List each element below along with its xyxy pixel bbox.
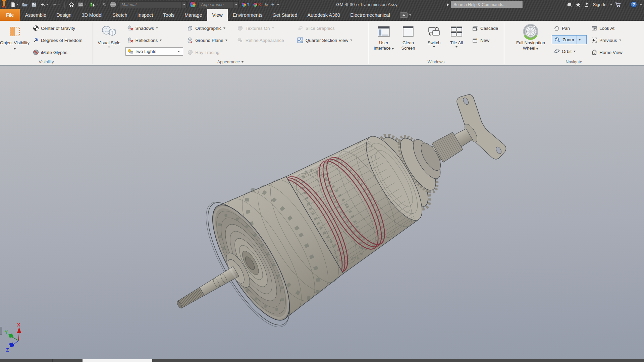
save-button[interactable] — [31, 2, 37, 8]
cart-icon[interactable] — [615, 2, 621, 7]
tab-file[interactable]: File — [0, 9, 20, 21]
inventor-logo-icon[interactable]: PRO — [2, 1, 6, 8]
search-expand-icon[interactable] — [447, 3, 449, 6]
search-input[interactable] — [451, 1, 523, 8]
previous-dropdown-icon — [619, 40, 621, 41]
tab-sketch[interactable]: Sketch — [107, 9, 132, 21]
degrees-of-freedom-button[interactable]: Degrees of Freedom — [31, 35, 84, 45]
full-navigation-wheel-button[interactable]: Full Navigation Wheel — [511, 22, 550, 51]
panel-appearance: Visual Style Shadows Reflections Two Lig… — [93, 21, 368, 65]
undo-dropdown-icon[interactable] — [46, 4, 48, 5]
tab-assemble[interactable]: Assemble — [20, 9, 51, 21]
ground-plane-dropdown-icon — [225, 40, 227, 41]
appearance-wheel-button[interactable] — [189, 1, 197, 8]
tab-manage[interactable]: Manage — [179, 9, 207, 21]
quarter-section-view-button[interactable]: Quarter Section View — [296, 35, 368, 45]
constraint-button[interactable] — [101, 2, 107, 7]
render-gallery-button[interactable] — [77, 2, 87, 8]
appearance-dropdown-icon — [235, 4, 237, 5]
visual-style-button[interactable]: Visual Style — [95, 22, 123, 48]
render-dropdown-icon[interactable] — [85, 4, 87, 5]
panel-label-navigate: Navigate — [504, 60, 644, 64]
previous-view-button[interactable]: Previous — [589, 35, 630, 45]
full-navigation-wheel-icon — [522, 23, 539, 40]
zoom-split-dropdown[interactable] — [577, 36, 582, 44]
material-globe-button[interactable] — [109, 1, 117, 8]
new-window-button[interactable]: New — [470, 35, 500, 45]
ribbon-collapse-button[interactable] — [400, 9, 411, 21]
material-combobox[interactable]: Material — [119, 1, 187, 8]
parameters-button[interactable]: fx — [264, 2, 268, 8]
new-dropdown-icon[interactable] — [16, 4, 18, 5]
ground-plane-button[interactable]: Ground Plane — [185, 35, 233, 45]
tab-electromechanical[interactable]: Electromechanical — [345, 9, 395, 21]
open-button[interactable] — [21, 2, 29, 8]
status-bar-segment — [83, 359, 152, 362]
sign-in-label[interactable]: Sign In — [593, 2, 606, 7]
panel-label-appearance[interactable]: Appearance — [93, 60, 368, 64]
help-dropdown-icon[interactable] — [640, 4, 642, 5]
adjust-appearance-button[interactable] — [241, 2, 250, 7]
communication-center-icon[interactable] — [567, 2, 572, 7]
shadows-button[interactable]: Shadows — [125, 23, 185, 33]
object-visibility-button[interactable]: Object Visibility — [0, 22, 30, 51]
browser-pane-collapsed-tab[interactable] — [0, 327, 2, 335]
tab-inspect[interactable]: Inspect — [132, 9, 158, 21]
user-interface-button[interactable]: User Interface — [372, 22, 396, 51]
new-document-icon — [10, 2, 16, 7]
sign-in-dropdown-icon[interactable] — [610, 4, 612, 5]
ray-tracing-button[interactable]: Ray Tracing — [185, 47, 233, 57]
status-bar — [0, 359, 644, 362]
orthographic-button[interactable]: Orthographic — [185, 23, 233, 33]
axis-z-label: Z — [6, 347, 9, 353]
home-view-button[interactable]: Home View — [589, 47, 630, 57]
zoom-button[interactable]: Zoom — [552, 35, 587, 44]
switch-windows-icon — [427, 25, 441, 38]
customize-toolbar-button[interactable]: + — [271, 2, 275, 8]
pan-button[interactable]: Pan — [552, 23, 587, 33]
tab-3d-model[interactable]: 3D Model — [76, 9, 107, 21]
clean-screen-button[interactable]: Clean Screen — [398, 22, 419, 51]
cascade-icon — [472, 25, 478, 31]
imate-glyphs-button[interactable]: iMate Glyphs — [31, 47, 84, 57]
switch-windows-button[interactable]: Switch — [423, 22, 445, 48]
undo-button[interactable] — [39, 2, 49, 7]
orbit-button[interactable]: Orbit — [552, 46, 587, 56]
textures-on-button[interactable]: Textures On — [235, 23, 292, 33]
refine-appearance-button[interactable]: Refine Appearance — [235, 35, 292, 45]
home-icon — [69, 2, 74, 7]
transmission-assembly-model[interactable] — [0, 66, 644, 359]
clean-screen-icon — [402, 25, 414, 38]
qat-dropdown-icon[interactable] — [277, 4, 279, 5]
reflections-button[interactable]: Reflections — [125, 35, 185, 45]
home-button[interactable] — [68, 2, 75, 8]
lighting-style-combobox[interactable]: Two Lights — [125, 47, 183, 56]
user-icon[interactable] — [584, 2, 589, 7]
tab-autodesk-a360[interactable]: Autodesk A360 — [303, 9, 345, 21]
plus-icon: + — [271, 2, 274, 7]
shadows-icon — [127, 25, 133, 31]
selection-filter-button[interactable] — [89, 1, 99, 8]
new-document-button[interactable] — [10, 2, 19, 8]
redo-button[interactable] — [51, 2, 61, 7]
tile-all-button[interactable]: Tile All — [447, 22, 466, 48]
quarter-section-view-icon — [297, 37, 303, 43]
help-icon[interactable]: ? — [631, 1, 637, 8]
favorites-star-icon[interactable] — [575, 2, 581, 7]
tile-all-icon — [450, 25, 463, 38]
slice-graphics-button[interactable]: Slice Graphics — [296, 23, 368, 33]
tab-get-started[interactable]: Get Started — [267, 9, 302, 21]
cascade-button[interactable]: Cascade — [470, 23, 500, 33]
redo-dropdown-icon[interactable] — [58, 4, 60, 5]
graphics-viewport[interactable]: X Y Z — [0, 66, 644, 359]
appearance-combobox[interactable]: Appearance — [199, 1, 239, 8]
selection-dropdown-icon[interactable] — [97, 4, 99, 5]
tab-tools[interactable]: Tools — [158, 9, 179, 21]
clear-appearance-button[interactable] — [252, 2, 262, 7]
tab-environments[interactable]: Environments — [228, 9, 268, 21]
orbit-dropdown-icon — [574, 51, 576, 52]
center-of-gravity-button[interactable]: Center of Gravity — [31, 23, 84, 33]
tab-design[interactable]: Design — [51, 9, 76, 21]
tab-view[interactable]: View — [207, 9, 228, 21]
look-at-button[interactable]: Look At — [589, 23, 630, 33]
